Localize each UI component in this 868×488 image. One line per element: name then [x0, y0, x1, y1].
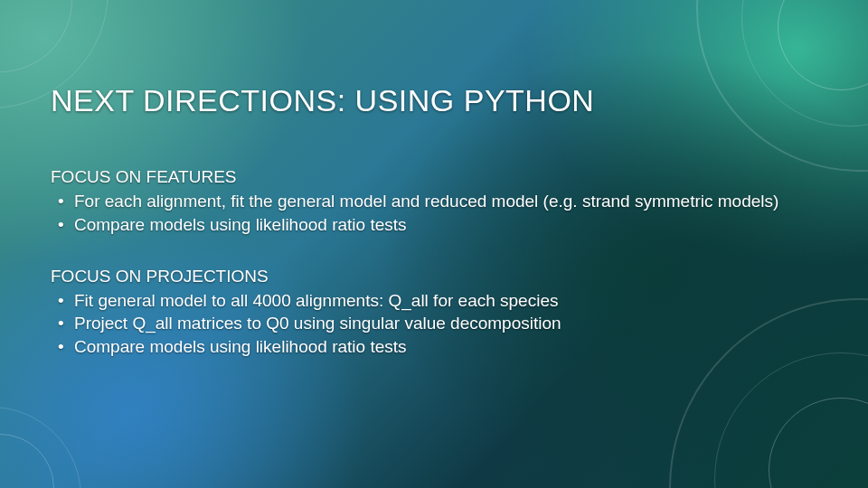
bullet-item: Compare models using likelihood ratio te… [51, 214, 817, 236]
section-projections: FOCUS ON PROJECTIONS Fit general model t… [51, 267, 817, 358]
deco-ring [714, 352, 868, 488]
deco-ring [769, 398, 868, 488]
section-heading: FOCUS ON FEATURES [51, 167, 817, 187]
deco-ring [0, 434, 54, 488]
slide-title: NEXT DIRECTIONS: USING PYTHON [51, 83, 817, 118]
slide: NEXT DIRECTIONS: USING PYTHON FOCUS ON F… [0, 0, 868, 488]
section-features: FOCUS ON FEATURES For each alignment, fi… [51, 167, 817, 236]
bullet-item: Project Q_all matrices to Q0 using singu… [51, 313, 817, 334]
slide-content: NEXT DIRECTIONS: USING PYTHON FOCUS ON F… [0, 0, 868, 358]
deco-ring [0, 407, 81, 488]
bullet-list: Fit general model to all 4000 alignments… [51, 290, 817, 358]
bullet-list: For each alignment, fit the general mode… [51, 191, 817, 236]
bullet-item: Compare models using likelihood ratio te… [51, 336, 817, 358]
section-heading: FOCUS ON PROJECTIONS [51, 267, 817, 286]
bullet-item: Fit general model to all 4000 alignments… [51, 290, 817, 312]
bullet-item: For each alignment, fit the general mode… [51, 191, 817, 212]
